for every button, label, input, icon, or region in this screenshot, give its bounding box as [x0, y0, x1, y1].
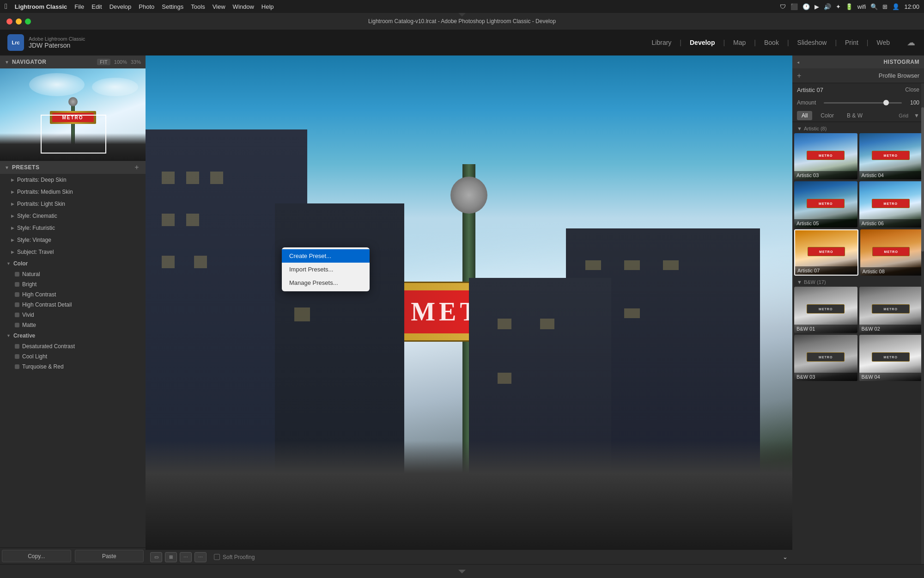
- preset-item-turquoise-red[interactable]: Turquoise & Red: [0, 362, 146, 372]
- preset-subgroup-color-header[interactable]: ▼ Color: [0, 258, 146, 269]
- grid-view-button[interactable]: ⊞: [165, 552, 177, 562]
- nav-map[interactable]: Map: [727, 36, 752, 49]
- preset-group-portraits-medium-skin[interactable]: ▶ Portraits: Medium Skin: [0, 187, 146, 197]
- menu-edit[interactable]: Edit: [91, 3, 102, 10]
- preset-item-high-contrast[interactable]: High Contrast: [0, 289, 146, 300]
- add-preset-button[interactable]: +: [133, 163, 141, 172]
- nav-print[interactable]: Print: [839, 36, 865, 49]
- close-window-button[interactable]: [6, 18, 12, 25]
- profile-thumb-artistic-05[interactable]: METRO Artistic 05: [794, 181, 857, 228]
- survey-button[interactable]: ⋯: [195, 552, 207, 562]
- preset-group-portraits-light-skin[interactable]: ▶ Portraits: Light Skin: [0, 199, 146, 209]
- filter-all-button[interactable]: All: [797, 111, 812, 120]
- menu-settings[interactable]: Settings: [162, 3, 183, 10]
- profile-row-bw-03-04: METRO B&W 03 METRO B&W 04: [794, 335, 922, 381]
- soft-proofing-checkbox[interactable]: [214, 554, 220, 560]
- filter-grid-chevron[interactable]: ▼: [914, 112, 919, 119]
- profile-thumb-artistic-08[interactable]: METRO Artistic 08: [860, 229, 923, 276]
- search-menubar-icon[interactable]: 🔍: [870, 3, 878, 10]
- thumb-metro-sign: METRO: [807, 199, 845, 208]
- amount-label: Amount: [797, 99, 820, 106]
- presets-header[interactable]: ▼ Presets +: [0, 161, 146, 174]
- profile-group-artistic-header[interactable]: ▼ Artistic (8): [794, 124, 922, 133]
- amount-slider[interactable]: [824, 102, 902, 104]
- app-name[interactable]: Lightroom Classic: [15, 3, 67, 10]
- window-title: Lightroom Catalog-v10.lrcat - Adobe Phot…: [368, 18, 556, 25]
- preset-item-bright[interactable]: Bright: [0, 279, 146, 289]
- filter-color-button[interactable]: Color: [816, 111, 839, 120]
- toolbar-end-arrow[interactable]: ⌄: [783, 553, 788, 560]
- profile-thumb-artistic-04[interactable]: METRO Artistic 04: [859, 133, 923, 179]
- histogram-header[interactable]: ◂ Histogram: [792, 55, 924, 68]
- fullscreen-window-button[interactable]: [25, 18, 31, 25]
- menu-file[interactable]: File: [74, 3, 84, 10]
- presets-title: Presets: [12, 164, 40, 171]
- preset-item-high-contrast-detail[interactable]: High Contrast Detail: [0, 300, 146, 310]
- navigator-header[interactable]: ▼ Navigator FIT 100% 33%: [0, 55, 146, 68]
- filter-bw-button[interactable]: B & W: [842, 111, 867, 120]
- compare-button[interactable]: ⋯: [180, 552, 192, 562]
- profile-thumb-artistic-06[interactable]: METRO Artistic 06: [859, 181, 923, 228]
- navigator-preview[interactable]: METRO: [0, 68, 146, 161]
- wifi-icon: wifi: [857, 3, 866, 10]
- amount-slider-thumb[interactable]: [883, 100, 889, 105]
- nav-slideshow[interactable]: Slideshow: [791, 36, 833, 49]
- right-panel-scrollbar[interactable]: [921, 83, 924, 564]
- close-profile-button[interactable]: Close: [905, 86, 919, 93]
- preset-item-vivid[interactable]: Vivid: [0, 310, 146, 320]
- profile-grid[interactable]: ▼ Artistic (8) METRO Artistic 03 METRO A…: [792, 122, 924, 564]
- preset-item-subject-travel[interactable]: ▶ Subject: Travel: [0, 247, 146, 257]
- context-menu-manage-presets[interactable]: Manage Presets...: [282, 276, 370, 289]
- filter-grid-button[interactable]: Grid: [899, 113, 908, 118]
- preset-group-portraits-deep-skin[interactable]: ▶ Portraits: Deep Skin: [0, 175, 146, 185]
- zoom-100-button[interactable]: 100%: [114, 59, 127, 65]
- nav-develop[interactable]: Develop: [683, 36, 721, 49]
- menu-view[interactable]: View: [213, 3, 225, 10]
- volume-icon: 🔊: [824, 3, 831, 10]
- preset-item-style-cinematic[interactable]: ▶ Style: Cinematic: [0, 211, 146, 221]
- zoom-fit-button[interactable]: FIT: [97, 59, 110, 65]
- bw-group-collapse-arrow: ▼: [797, 279, 802, 285]
- preset-subgroup-creative-header[interactable]: ▼ Creative: [0, 330, 146, 341]
- profile-group-bw-header[interactable]: ▼ B&W (17): [794, 277, 922, 287]
- apple-menu[interactable]: : [5, 2, 7, 11]
- amount-value: 100: [906, 99, 919, 106]
- photo-canvas[interactable]: METRO: [146, 55, 792, 549]
- titlebar-collapse-arrow[interactable]: [458, 13, 466, 17]
- preset-item-style-futuristic[interactable]: ▶ Style: Futuristic: [0, 223, 146, 233]
- context-menu-import-presets[interactable]: Import Presets...: [282, 263, 370, 276]
- nav-book[interactable]: Book: [758, 36, 785, 49]
- profile-thumb-artistic-03[interactable]: METRO Artistic 03: [794, 133, 857, 179]
- profile-thumb-artistic-07[interactable]: METRO Artistic 07: [794, 229, 858, 276]
- nav-web[interactable]: Web: [870, 36, 896, 49]
- paste-button[interactable]: Paste: [75, 550, 144, 562]
- menu-help[interactable]: Help: [261, 3, 274, 10]
- menu-develop[interactable]: Develop: [109, 3, 132, 10]
- profile-thumb-bw-01[interactable]: METRO B&W 01: [794, 287, 857, 333]
- copy-button[interactable]: Copy...: [2, 550, 71, 562]
- clock-icon: 🕐: [802, 3, 810, 10]
- menu-photo[interactable]: Photo: [139, 3, 154, 10]
- zoom-33-button[interactable]: 33%: [131, 59, 141, 65]
- profile-thumb-bw-04[interactable]: METRO B&W 04: [859, 335, 923, 381]
- menu-tools[interactable]: Tools: [191, 3, 205, 10]
- scrollbar-thumb[interactable]: [921, 107, 924, 252]
- crop-button[interactable]: ▭: [150, 552, 162, 562]
- menu-window[interactable]: Window: [233, 3, 254, 10]
- context-menu-create-preset[interactable]: Create Preset...: [282, 249, 370, 263]
- minimize-window-button[interactable]: [16, 18, 22, 25]
- preset-item-desaturated-contrast[interactable]: Desaturated Contrast: [0, 341, 146, 351]
- preset-icon: [15, 323, 19, 327]
- profile-thumb-bw-02[interactable]: METRO B&W 02: [859, 287, 923, 333]
- preset-item-matte[interactable]: Matte: [0, 320, 146, 330]
- preset-item-style-vintage[interactable]: ▶ Style: Vintage: [0, 235, 146, 245]
- nav-library[interactable]: Library: [645, 36, 678, 49]
- profile-thumb-bw-03[interactable]: METRO B&W 03: [794, 335, 857, 381]
- profile-browser-add-button[interactable]: +: [797, 72, 801, 80]
- bottom-collapse-arrow[interactable]: [458, 570, 466, 573]
- cloud-sync-icon[interactable]: ☁: [906, 37, 917, 48]
- buildings-overlay: [146, 441, 792, 549]
- preset-item-cool-light[interactable]: Cool Light: [0, 351, 146, 362]
- preset-item-natural[interactable]: Natural: [0, 269, 146, 279]
- control-center-icon[interactable]: ⊞: [882, 3, 888, 10]
